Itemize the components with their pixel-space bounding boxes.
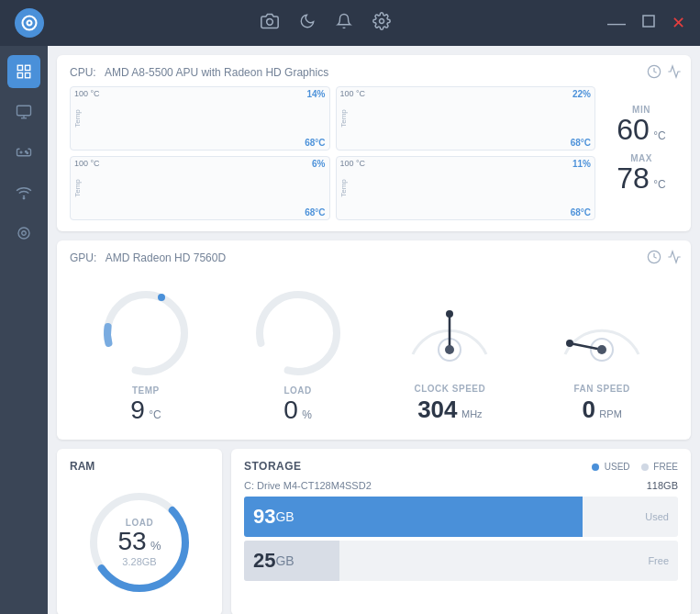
gpu-wave-icon[interactable] bbox=[667, 250, 682, 268]
app-logo bbox=[15, 8, 44, 38]
gpu-gauges: TEMP 9 °C bbox=[70, 272, 678, 429]
gpu-temp-svg bbox=[95, 283, 196, 384]
gpu-load-value-row: 0 % bbox=[283, 397, 312, 423]
sidebar-item-dashboard[interactable] bbox=[7, 55, 40, 88]
cpu-wave-icon[interactable] bbox=[667, 64, 682, 83]
gpu-fan-unit: RPM bbox=[599, 408, 621, 419]
ram-load-value: 53 bbox=[117, 527, 146, 555]
storage-card: STORAGE USED FREE bbox=[231, 449, 691, 614]
cpu-content: 100 °C Temp 14% 68°C bbox=[70, 86, 678, 220]
svg-point-0 bbox=[23, 17, 37, 30]
cpu-label: CPU: bbox=[70, 66, 96, 79]
svg-rect-4 bbox=[643, 16, 654, 27]
gpu-load-wrapper bbox=[248, 283, 349, 384]
graph4-top: 100 °C bbox=[340, 159, 366, 168]
gpu-icon-buttons bbox=[647, 250, 682, 268]
cpu-min-value: 60 bbox=[617, 113, 650, 146]
gpu-title: GPU: AMD Radeon HD 7560D bbox=[70, 251, 678, 264]
svg-point-28 bbox=[446, 310, 453, 318]
gpu-load-value: 0 bbox=[283, 396, 298, 424]
graph2-percent: 22% bbox=[572, 89, 591, 99]
sidebar-item-monitor[interactable] bbox=[7, 95, 40, 128]
svg-point-2 bbox=[267, 18, 273, 25]
svg-point-32 bbox=[566, 340, 573, 347]
storage-free-bar: 25 GB Free bbox=[244, 541, 678, 581]
sidebar-item-gamepad[interactable] bbox=[7, 136, 40, 169]
cpu-min-value-row: 60 °C bbox=[617, 115, 666, 144]
cpu-max-stat: MAX 78 °C bbox=[617, 153, 666, 193]
svg-line-30 bbox=[570, 343, 602, 350]
gpu-clock-label: CLOCK SPEED bbox=[415, 384, 486, 394]
svg-rect-7 bbox=[17, 73, 22, 78]
gpu-fan-label: FAN SPEED bbox=[574, 384, 630, 394]
svg-rect-6 bbox=[26, 65, 30, 70]
svg-rect-5 bbox=[17, 65, 22, 70]
svg-point-31 bbox=[597, 345, 606, 354]
svg-point-17 bbox=[22, 231, 27, 236]
cpu-graph-1: 100 °C Temp 14% 68°C bbox=[70, 86, 330, 151]
gpu-temp-value-row: 9 °C bbox=[130, 397, 161, 423]
sidebar-item-display[interactable] bbox=[7, 217, 40, 250]
cpu-speedometer-icon[interactable] bbox=[647, 64, 661, 83]
gpu-clock-value-row: 304 MHz bbox=[417, 396, 482, 424]
graph3-percent: 6% bbox=[312, 159, 325, 169]
cpu-icon-buttons bbox=[647, 64, 682, 83]
storage-used-value: 93 bbox=[253, 505, 275, 529]
svg-point-18 bbox=[18, 228, 29, 239]
cpu-stats: MIN 60 °C MAX 78 °C bbox=[605, 86, 678, 220]
legend-used-dot bbox=[592, 463, 599, 471]
graph4-svg bbox=[337, 173, 595, 220]
gpu-temp-label: TEMP bbox=[132, 385, 160, 396]
gpu-speedometer-icon[interactable] bbox=[647, 250, 661, 268]
cpu-graphs-container: 100 °C Temp 14% 68°C bbox=[70, 86, 595, 220]
app-window: — ✕ bbox=[0, 0, 700, 614]
close-button[interactable]: ✕ bbox=[672, 13, 685, 33]
graph2-svg bbox=[337, 104, 595, 151]
title-bar: — ✕ bbox=[0, 0, 700, 46]
storage-drive-size: 118GB bbox=[647, 480, 678, 491]
gpu-clock-unit: MHz bbox=[461, 408, 483, 419]
ram-value-row: 53 % bbox=[117, 528, 161, 556]
sidebar-item-network[interactable] bbox=[7, 176, 40, 209]
svg-point-16 bbox=[23, 197, 25, 199]
gpu-temp-unit: °C bbox=[149, 408, 161, 421]
graph3-svg bbox=[71, 173, 329, 220]
storage-free-fill: 25 GB bbox=[244, 541, 339, 581]
legend-free-text: FREE bbox=[653, 462, 678, 472]
cpu-graph-3: 100 °C Temp 6% 68°C bbox=[70, 156, 330, 220]
cpu-name: AMD A8-5500 APU with Radeon HD Graphics bbox=[105, 66, 328, 79]
camera-icon[interactable] bbox=[261, 12, 279, 35]
gpu-clock-value: 304 bbox=[417, 396, 457, 423]
legend-free-dot bbox=[641, 463, 649, 471]
storage-drive-label: C: Drive M4-CT128M4SSD2 bbox=[244, 480, 372, 491]
gpu-load-unit: % bbox=[302, 408, 312, 421]
gpu-fan-wrapper bbox=[551, 281, 652, 382]
ram-circle: LOAD 53 % 3.28GB bbox=[84, 487, 194, 597]
gpu-load-svg bbox=[248, 283, 349, 384]
gpu-temp-wrapper bbox=[95, 283, 196, 384]
svg-rect-9 bbox=[17, 106, 31, 116]
gpu-fan-gauge: FAN SPEED 0 RPM bbox=[551, 281, 652, 424]
moon-icon[interactable] bbox=[299, 13, 316, 34]
ram-load-unit: % bbox=[150, 539, 161, 553]
graph1-top: 100 °C bbox=[74, 89, 100, 98]
legend-free: FREE bbox=[641, 462, 678, 472]
minimize-button[interactable]: — bbox=[607, 13, 626, 34]
storage-used-fill: 93 GB bbox=[244, 497, 583, 537]
title-bar-controls: — ✕ bbox=[607, 13, 685, 34]
storage-used-bar-free-space: Used bbox=[583, 497, 678, 537]
gpu-label: GPU: bbox=[70, 251, 96, 264]
graph1-percent: 14% bbox=[306, 89, 325, 99]
bell-icon[interactable] bbox=[336, 13, 352, 34]
gpu-fan-value: 0 bbox=[582, 396, 594, 423]
gpu-load-gauge: LOAD 0 % bbox=[248, 283, 349, 423]
maximize-button[interactable] bbox=[642, 15, 655, 31]
title-bar-left bbox=[15, 8, 44, 38]
gear-icon[interactable] bbox=[372, 12, 391, 35]
bottom-row: RAM LOAD 53 bbox=[57, 449, 691, 614]
cpu-graph-4: 100 °C Temp 11% 68°C bbox=[336, 156, 596, 220]
storage-used-bar: 93 GB Used bbox=[244, 497, 678, 537]
cpu-max-value: 78 bbox=[617, 162, 650, 195]
svg-point-15 bbox=[27, 152, 28, 154]
gpu-temp-gauge: TEMP 9 °C bbox=[95, 283, 196, 423]
